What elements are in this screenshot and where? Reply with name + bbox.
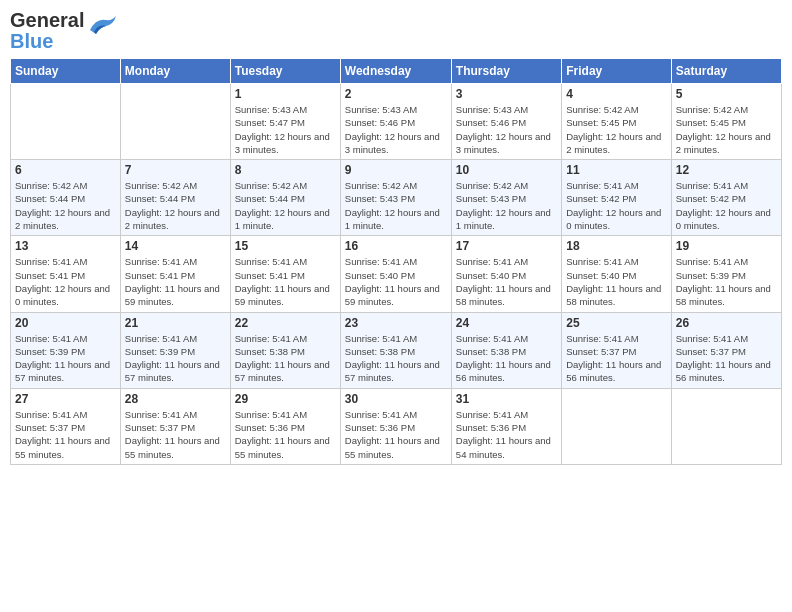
day-info: Sunrise: 5:41 AM Sunset: 5:39 PM Dayligh… xyxy=(125,332,226,385)
day-number: 12 xyxy=(676,163,777,177)
day-info: Sunrise: 5:41 AM Sunset: 5:41 PM Dayligh… xyxy=(15,255,116,308)
calendar-cell: 31Sunrise: 5:41 AM Sunset: 5:36 PM Dayli… xyxy=(451,388,561,464)
calendar-cell: 1Sunrise: 5:43 AM Sunset: 5:47 PM Daylig… xyxy=(230,84,340,160)
day-info: Sunrise: 5:42 AM Sunset: 5:45 PM Dayligh… xyxy=(566,103,666,156)
calendar-cell: 26Sunrise: 5:41 AM Sunset: 5:37 PM Dayli… xyxy=(671,312,781,388)
day-info: Sunrise: 5:41 AM Sunset: 5:37 PM Dayligh… xyxy=(125,408,226,461)
day-info: Sunrise: 5:43 AM Sunset: 5:46 PM Dayligh… xyxy=(345,103,447,156)
calendar-week-row: 1Sunrise: 5:43 AM Sunset: 5:47 PM Daylig… xyxy=(11,84,782,160)
calendar-cell: 15Sunrise: 5:41 AM Sunset: 5:41 PM Dayli… xyxy=(230,236,340,312)
weekday-saturday: Saturday xyxy=(671,59,781,84)
day-number: 4 xyxy=(566,87,666,101)
calendar-cell: 30Sunrise: 5:41 AM Sunset: 5:36 PM Dayli… xyxy=(340,388,451,464)
day-number: 18 xyxy=(566,239,666,253)
day-number: 7 xyxy=(125,163,226,177)
day-number: 25 xyxy=(566,316,666,330)
day-info: Sunrise: 5:41 AM Sunset: 5:38 PM Dayligh… xyxy=(235,332,336,385)
calendar-cell: 21Sunrise: 5:41 AM Sunset: 5:39 PM Dayli… xyxy=(120,312,230,388)
day-info: Sunrise: 5:41 AM Sunset: 5:38 PM Dayligh… xyxy=(456,332,557,385)
weekday-wednesday: Wednesday xyxy=(340,59,451,84)
day-info: Sunrise: 5:41 AM Sunset: 5:41 PM Dayligh… xyxy=(125,255,226,308)
day-number: 8 xyxy=(235,163,336,177)
day-info: Sunrise: 5:41 AM Sunset: 5:42 PM Dayligh… xyxy=(566,179,666,232)
day-info: Sunrise: 5:42 AM Sunset: 5:45 PM Dayligh… xyxy=(676,103,777,156)
calendar-body: 1Sunrise: 5:43 AM Sunset: 5:47 PM Daylig… xyxy=(11,84,782,465)
calendar-cell xyxy=(671,388,781,464)
calendar-cell: 9Sunrise: 5:42 AM Sunset: 5:43 PM Daylig… xyxy=(340,160,451,236)
day-number: 14 xyxy=(125,239,226,253)
calendar-cell: 19Sunrise: 5:41 AM Sunset: 5:39 PM Dayli… xyxy=(671,236,781,312)
calendar-cell: 29Sunrise: 5:41 AM Sunset: 5:36 PM Dayli… xyxy=(230,388,340,464)
day-number: 10 xyxy=(456,163,557,177)
day-number: 27 xyxy=(15,392,116,406)
calendar-week-row: 6Sunrise: 5:42 AM Sunset: 5:44 PM Daylig… xyxy=(11,160,782,236)
calendar-cell: 6Sunrise: 5:42 AM Sunset: 5:44 PM Daylig… xyxy=(11,160,121,236)
calendar-cell: 12Sunrise: 5:41 AM Sunset: 5:42 PM Dayli… xyxy=(671,160,781,236)
calendar-cell: 14Sunrise: 5:41 AM Sunset: 5:41 PM Dayli… xyxy=(120,236,230,312)
calendar-cell: 3Sunrise: 5:43 AM Sunset: 5:46 PM Daylig… xyxy=(451,84,561,160)
day-info: Sunrise: 5:41 AM Sunset: 5:40 PM Dayligh… xyxy=(345,255,447,308)
weekday-friday: Friday xyxy=(562,59,671,84)
logo-blue: Blue xyxy=(10,30,53,52)
day-number: 19 xyxy=(676,239,777,253)
calendar-cell: 28Sunrise: 5:41 AM Sunset: 5:37 PM Dayli… xyxy=(120,388,230,464)
day-info: Sunrise: 5:41 AM Sunset: 5:36 PM Dayligh… xyxy=(235,408,336,461)
day-number: 28 xyxy=(125,392,226,406)
day-info: Sunrise: 5:43 AM Sunset: 5:46 PM Dayligh… xyxy=(456,103,557,156)
calendar-cell: 5Sunrise: 5:42 AM Sunset: 5:45 PM Daylig… xyxy=(671,84,781,160)
day-number: 13 xyxy=(15,239,116,253)
day-number: 20 xyxy=(15,316,116,330)
day-info: Sunrise: 5:41 AM Sunset: 5:39 PM Dayligh… xyxy=(676,255,777,308)
logo-bird-icon xyxy=(86,14,118,40)
day-info: Sunrise: 5:41 AM Sunset: 5:37 PM Dayligh… xyxy=(676,332,777,385)
day-number: 16 xyxy=(345,239,447,253)
day-number: 2 xyxy=(345,87,447,101)
calendar-week-row: 20Sunrise: 5:41 AM Sunset: 5:39 PM Dayli… xyxy=(11,312,782,388)
day-number: 31 xyxy=(456,392,557,406)
day-number: 1 xyxy=(235,87,336,101)
calendar-cell: 10Sunrise: 5:42 AM Sunset: 5:43 PM Dayli… xyxy=(451,160,561,236)
day-info: Sunrise: 5:41 AM Sunset: 5:40 PM Dayligh… xyxy=(566,255,666,308)
calendar-cell xyxy=(11,84,121,160)
calendar-cell: 8Sunrise: 5:42 AM Sunset: 5:44 PM Daylig… xyxy=(230,160,340,236)
day-info: Sunrise: 5:41 AM Sunset: 5:39 PM Dayligh… xyxy=(15,332,116,385)
weekday-header-row: SundayMondayTuesdayWednesdayThursdayFrid… xyxy=(11,59,782,84)
calendar-cell: 7Sunrise: 5:42 AM Sunset: 5:44 PM Daylig… xyxy=(120,160,230,236)
day-info: Sunrise: 5:41 AM Sunset: 5:37 PM Dayligh… xyxy=(566,332,666,385)
day-info: Sunrise: 5:41 AM Sunset: 5:38 PM Dayligh… xyxy=(345,332,447,385)
day-number: 3 xyxy=(456,87,557,101)
day-number: 6 xyxy=(15,163,116,177)
day-number: 9 xyxy=(345,163,447,177)
day-number: 26 xyxy=(676,316,777,330)
calendar-week-row: 27Sunrise: 5:41 AM Sunset: 5:37 PM Dayli… xyxy=(11,388,782,464)
calendar-week-row: 13Sunrise: 5:41 AM Sunset: 5:41 PM Dayli… xyxy=(11,236,782,312)
calendar-cell: 22Sunrise: 5:41 AM Sunset: 5:38 PM Dayli… xyxy=(230,312,340,388)
day-info: Sunrise: 5:41 AM Sunset: 5:40 PM Dayligh… xyxy=(456,255,557,308)
day-info: Sunrise: 5:42 AM Sunset: 5:44 PM Dayligh… xyxy=(15,179,116,232)
page-header: GeneralBlue xyxy=(10,10,782,52)
day-info: Sunrise: 5:42 AM Sunset: 5:44 PM Dayligh… xyxy=(235,179,336,232)
calendar-cell: 18Sunrise: 5:41 AM Sunset: 5:40 PM Dayli… xyxy=(562,236,671,312)
day-info: Sunrise: 5:41 AM Sunset: 5:42 PM Dayligh… xyxy=(676,179,777,232)
calendar-cell: 11Sunrise: 5:41 AM Sunset: 5:42 PM Dayli… xyxy=(562,160,671,236)
logo-text: GeneralBlue xyxy=(10,9,84,52)
day-number: 24 xyxy=(456,316,557,330)
weekday-monday: Monday xyxy=(120,59,230,84)
day-number: 21 xyxy=(125,316,226,330)
calendar-cell: 25Sunrise: 5:41 AM Sunset: 5:37 PM Dayli… xyxy=(562,312,671,388)
day-info: Sunrise: 5:41 AM Sunset: 5:37 PM Dayligh… xyxy=(15,408,116,461)
calendar-cell: 20Sunrise: 5:41 AM Sunset: 5:39 PM Dayli… xyxy=(11,312,121,388)
calendar-cell: 24Sunrise: 5:41 AM Sunset: 5:38 PM Dayli… xyxy=(451,312,561,388)
day-info: Sunrise: 5:41 AM Sunset: 5:41 PM Dayligh… xyxy=(235,255,336,308)
weekday-thursday: Thursday xyxy=(451,59,561,84)
calendar-cell: 27Sunrise: 5:41 AM Sunset: 5:37 PM Dayli… xyxy=(11,388,121,464)
day-number: 5 xyxy=(676,87,777,101)
day-number: 22 xyxy=(235,316,336,330)
day-info: Sunrise: 5:41 AM Sunset: 5:36 PM Dayligh… xyxy=(345,408,447,461)
day-info: Sunrise: 5:43 AM Sunset: 5:47 PM Dayligh… xyxy=(235,103,336,156)
calendar-cell xyxy=(120,84,230,160)
day-info: Sunrise: 5:42 AM Sunset: 5:43 PM Dayligh… xyxy=(456,179,557,232)
calendar-cell: 23Sunrise: 5:41 AM Sunset: 5:38 PM Dayli… xyxy=(340,312,451,388)
weekday-sunday: Sunday xyxy=(11,59,121,84)
weekday-tuesday: Tuesday xyxy=(230,59,340,84)
